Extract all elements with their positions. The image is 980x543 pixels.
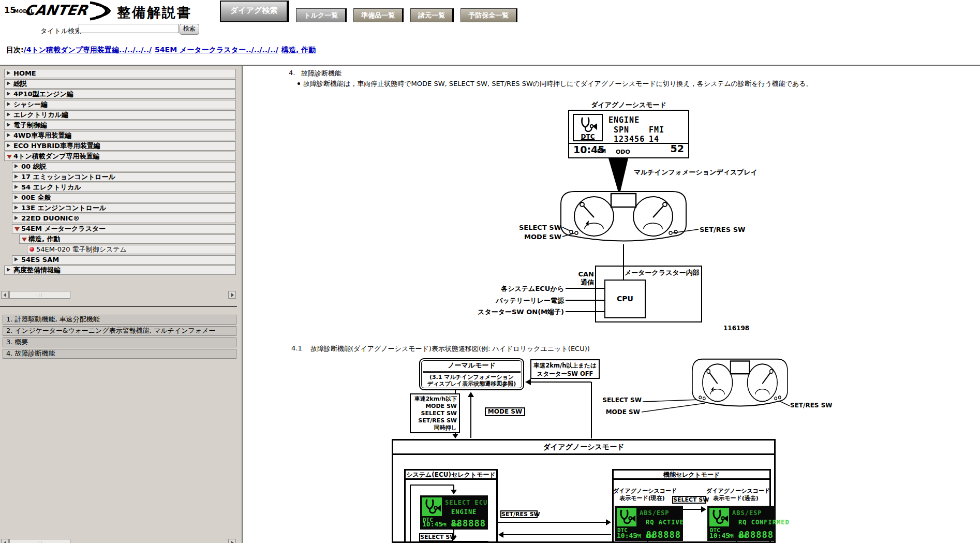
nav-button[interactable]: 諸元一覧 [410, 8, 454, 22]
nav-button[interactable]: ダイアグ検索 [220, 1, 289, 22]
sidebar-tree-item[interactable]: 54EM メータークラスター [12, 224, 236, 233]
sidebar-tree-item[interactable]: 54 エレクトリカル [12, 183, 236, 192]
sidebar-tree-item[interactable]: 構造, 作動 [19, 234, 236, 244]
select-sw-tag-right: SELECT SW [672, 496, 706, 504]
sidebar-tree-item[interactable]: 4トン積載ダンプ専用装置編 [4, 152, 236, 161]
code-current-line2: 表示モード(現在) [613, 495, 671, 502]
display-ampm: PM [597, 149, 606, 154]
tree-item-label: ECO HYBRID車専用装置編 [13, 142, 100, 150]
normal-mode-box: ノーマルモード (3.1 マルチインフォメーション ディスプレイ表示状態遷移図参… [419, 358, 524, 390]
page-title: 整備解説書 [117, 4, 192, 22]
display-odo: ODO [616, 149, 630, 155]
lcd-line2: RQ ACTIVE [646, 519, 684, 526]
fig1-select-sw-label: SELECT SW [512, 224, 561, 231]
title-search-input[interactable] [79, 24, 179, 33]
nav-button[interactable]: 予防保全一覧 [461, 8, 517, 22]
multi-info-display: DTC ENGINE SPN FMI 123456 14 10:45 PM OD… [568, 110, 689, 158]
breadcrumb: 目次:/4トン積載ダンプ専用装置編../../../../54EM メータークラ… [6, 46, 319, 55]
cluster-internal-label: メータークラスター内部 [625, 268, 700, 277]
code-past-line1: ダイアグノーシスコード [706, 488, 765, 495]
tree-item-label: 構造, 作動 [28, 235, 60, 243]
title-search-label: タイトル検索 [40, 26, 81, 36]
sidebar-tree-item[interactable]: 総説 [4, 79, 236, 89]
sidebar-tree: HOME 総説 4P10型エンジン編 シャシー編 エレクトリカル編 電子制御編 … [4, 69, 236, 276]
scroll-left-button[interactable] [1, 291, 9, 299]
tree-item-label: シャシー編 [13, 100, 48, 108]
normal-mode-divider [423, 371, 521, 373]
input-ecu-label: 各システムECUから [440, 284, 564, 293]
exit-condition-box: 車速2km/h以上または スターターSW OFF [530, 359, 600, 379]
fig1-number: 116198 [723, 325, 749, 332]
tree-item-label: 00E 全般 [21, 194, 51, 201]
tree-item-label: 4P10型エンジン編 [13, 90, 73, 98]
tree-item-label: 54EM メータークラスター [21, 225, 106, 232]
lcd-ampm: PM [636, 534, 641, 539]
dtc-icon-tile [709, 508, 729, 526]
stethoscope-icon [576, 116, 599, 134]
breadcrumb-link[interactable]: 構造, 作動 [281, 46, 316, 54]
scroll-thumb[interactable] [9, 291, 70, 299]
enter-condition-line: SET/RES SW [411, 417, 457, 424]
sidebar-tree-item[interactable]: 13E エンジンコントロール [12, 203, 236, 213]
sidebar-tree-item[interactable]: 00E 全般 [12, 193, 236, 202]
lcd-ampm: PM [729, 534, 734, 539]
cpu-box: CPU [604, 280, 646, 318]
section-41-number: 4.1 [291, 344, 302, 352]
bullet-dot [298, 82, 300, 85]
enter-condition-line: 同時押し [411, 424, 457, 432]
fig2-mode-sw-label: MODE SW [596, 408, 640, 416]
dtc-icon-tile [422, 497, 442, 516]
function-list-item[interactable]: 4. 故障診断機能 [3, 349, 236, 359]
stethoscope-icon [710, 508, 729, 525]
tree-item-label: 00 総説 [21, 163, 47, 170]
function-list-item[interactable]: 1. 計器駆動機能, 車速分配機能 [3, 315, 236, 325]
sidebar-tree-item[interactable]: シャシー編 [4, 100, 236, 109]
sidebar-tree-item[interactable]: 電子制御編 [4, 121, 236, 130]
fig1-mode-label: ダイアグノーシスモード [568, 100, 689, 110]
scroll-left-button[interactable] [1, 539, 9, 543]
code-past-line2: 表示モード(過去) [706, 495, 765, 502]
tree-item-label: 22ED DUONIC® [21, 214, 80, 222]
sidebar-tree-item[interactable]: エレクトリカル編 [4, 110, 236, 120]
display-spn: SPN [614, 125, 629, 135]
canter-logo: CANTER [23, 2, 88, 18]
nav-button[interactable]: トルク一覧 [296, 8, 347, 22]
breadcrumb-links: /4トン積載ダンプ専用装置編../../../../54EM メータークラスター… [24, 46, 319, 54]
sidebar-tree-item[interactable]: 17 エミッションコントロール [12, 172, 236, 182]
tree-item-label: 54EM-020 電子制御システム [36, 245, 127, 253]
sidebar-tree-item[interactable]: 4WD車専用装置編 [4, 131, 236, 140]
breadcrumb-link[interactable]: 54EM メータークラスター../../../../ [155, 46, 278, 54]
sidebar-function-list: 1. 計器駆動機能, 車速分配機能 2. インジケーター&ウォーニング表示警報機… [3, 315, 236, 360]
scroll-thumb[interactable] [9, 539, 70, 543]
sidebar-tree-item[interactable]: HOME [4, 69, 236, 78]
exit-condition-line2: スターターSW OFF [531, 370, 599, 378]
canter-swoosh-icon [89, 2, 116, 20]
sidebar-tree-item[interactable]: 00 総説 [12, 162, 236, 171]
tree-item-label: 13E エンジンコントロール [21, 204, 106, 212]
dtc-icon-box: DTC [573, 114, 603, 141]
tree-item-label: 総説 [13, 80, 27, 87]
sidebar-tree-item[interactable]: 54ES SAM [12, 255, 236, 265]
lcd-odometer-value: 888888 [646, 530, 681, 540]
sidebar-tree-item[interactable]: 高度整備情報編 [4, 266, 236, 275]
search-button[interactable]: 検索 [180, 24, 199, 35]
nav-button[interactable]: 準備品一覧 [353, 8, 404, 22]
sidebar-tree-item[interactable]: 4P10型エンジン編 [4, 90, 236, 99]
scroll-right-button[interactable] [228, 539, 236, 543]
function-list-item[interactable]: 3. 概要 [3, 337, 236, 347]
sidebar-tree-item[interactable]: 54EM-020 電子制御システム [27, 245, 236, 254]
tree-item-label: 4トン積載ダンプ専用装置編 [13, 152, 100, 160]
frame-divider-vertical [237, 66, 242, 543]
scroll-right-button[interactable] [228, 291, 236, 299]
tree-item-label: 54ES SAM [21, 256, 59, 263]
fig1-mode-sw-label: MODE SW [512, 233, 561, 241]
enter-condition-box: 車速2km/h以下 MODE SW SELECT SW SET/RES SW 同… [410, 393, 460, 433]
can-label: CAN 通信 [569, 270, 594, 287]
dtc-icon-tile [617, 508, 636, 526]
sidebar-tree-item[interactable]: 22ED DUONIC® [12, 214, 236, 223]
tree-item-label: 電子制御編 [13, 121, 47, 129]
sidebar-tree-item[interactable]: ECO HYBRID車専用装置編 [4, 141, 236, 151]
function-list-item[interactable]: 2. インジケーター&ウォーニング表示警報機能, マルチインフォメー [3, 326, 236, 336]
breadcrumb-link[interactable]: /4トン積載ダンプ専用装置編../../../../ [24, 46, 152, 54]
header: 15 MODEL CANTER 整備解説書 ダイアグ検索 トルク一覧 準備品一覧… [0, 0, 980, 65]
